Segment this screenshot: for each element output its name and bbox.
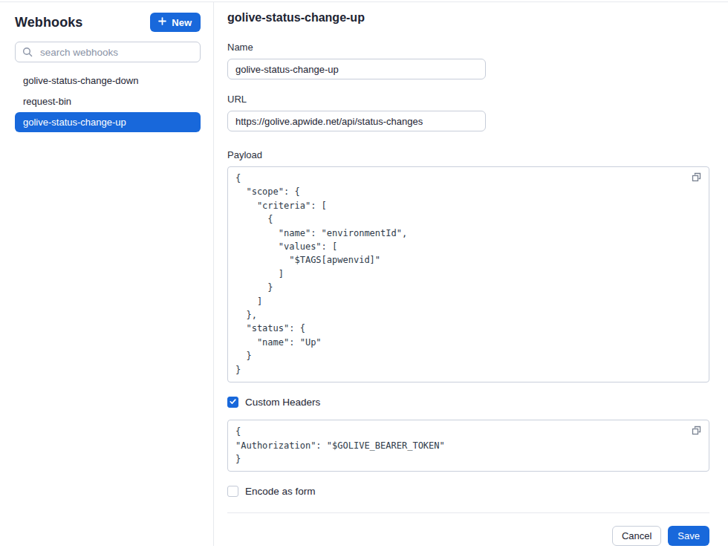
url-input[interactable] bbox=[227, 111, 486, 131]
custom-headers-label[interactable]: Custom Headers bbox=[245, 397, 320, 408]
webhook-list-item[interactable]: request-bin bbox=[15, 91, 201, 111]
webhook-search bbox=[15, 42, 201, 62]
search-icon bbox=[22, 47, 33, 57]
new-webhook-button[interactable]: New bbox=[150, 13, 201, 32]
copy-headers-button[interactable] bbox=[692, 426, 701, 435]
form-footer: Cancel Save bbox=[227, 512, 709, 546]
spacer bbox=[227, 79, 709, 94]
check-icon bbox=[229, 397, 237, 408]
search-input[interactable] bbox=[15, 42, 201, 62]
plus-icon bbox=[157, 16, 167, 28]
custom-headers-checkbox[interactable] bbox=[227, 397, 238, 408]
url-label: URL bbox=[227, 94, 709, 105]
cancel-button[interactable]: Cancel bbox=[612, 526, 661, 546]
payload-code[interactable]: { "scope": { "criteria": [ { "name": "en… bbox=[235, 172, 683, 377]
encode-as-form-checkbox[interactable] bbox=[227, 486, 238, 497]
sidebar-title: Webhooks bbox=[15, 15, 82, 30]
new-webhook-label: New bbox=[172, 17, 192, 28]
headers-code[interactable]: { "Authorization": "$GOLIVE_BEARER_TOKEN… bbox=[235, 425, 683, 466]
encode-as-form-label[interactable]: Encode as form bbox=[245, 486, 316, 497]
webhooks-sidebar: Webhooks New golive-status-change-down r… bbox=[0, 2, 214, 546]
spacer bbox=[227, 382, 709, 397]
webhooks-page: Webhooks New golive-status-change-down r… bbox=[0, 2, 728, 546]
custom-headers-row: Custom Headers bbox=[227, 397, 709, 408]
webhook-list-item[interactable]: golive-status-change-down bbox=[15, 71, 201, 91]
sidebar-header: Webhooks New bbox=[15, 13, 201, 32]
name-input[interactable] bbox=[227, 59, 486, 79]
spacer bbox=[227, 131, 709, 149]
webhook-detail-panel: golive-status-change-up Name URL Payload… bbox=[214, 2, 728, 546]
payload-label: Payload bbox=[227, 149, 709, 160]
copy-payload-button[interactable] bbox=[692, 172, 701, 182]
spacer bbox=[227, 472, 709, 486]
name-label: Name bbox=[227, 42, 709, 53]
copy-icon bbox=[692, 173, 701, 184]
webhook-title: golive-status-change-up bbox=[227, 11, 709, 25]
copy-icon bbox=[692, 426, 701, 437]
webhook-list: golive-status-change-down request-bin go… bbox=[15, 71, 201, 132]
headers-editor[interactable]: { "Authorization": "$GOLIVE_BEARER_TOKEN… bbox=[227, 420, 709, 472]
webhook-list-item[interactable]: golive-status-change-up bbox=[15, 112, 201, 132]
encode-as-form-row: Encode as form bbox=[227, 486, 709, 497]
save-button[interactable]: Save bbox=[668, 526, 709, 546]
payload-editor[interactable]: { "scope": { "criteria": [ { "name": "en… bbox=[227, 166, 709, 382]
